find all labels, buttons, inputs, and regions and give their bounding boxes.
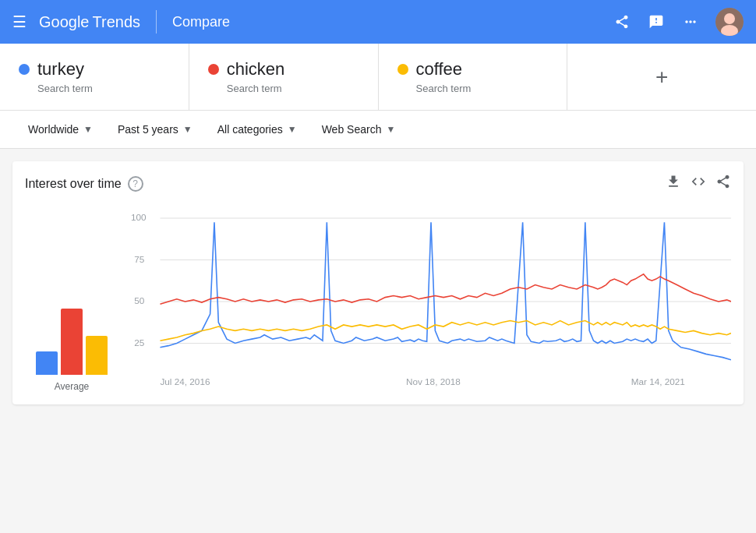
apps-icon[interactable] [681, 12, 700, 31]
x-label-2021: Mar 14, 2021 [631, 376, 685, 387]
help-icon[interactable]: ? [128, 176, 143, 192]
search-term-coffee[interactable]: coffee Search term [379, 44, 568, 110]
avg-bar-turkey [36, 351, 58, 375]
chicken-label: Search term [227, 83, 359, 94]
time-chevron: ▼ [183, 124, 193, 135]
time-filter[interactable]: Past 5 years ▼ [108, 117, 202, 142]
search-term-turkey[interactable]: turkey Search term [0, 44, 189, 110]
coffee-dot [397, 64, 408, 75]
header-divider [156, 10, 157, 34]
turkey-label: Search term [37, 83, 170, 94]
type-chevron: ▼ [386, 124, 395, 135]
chart-svg: 100 75 50 25 Jul 24, 2016 Nov 18, 2018 M… [131, 206, 731, 389]
chicken-dot [208, 64, 219, 75]
search-term-top: coffee [397, 59, 549, 79]
avg-bar-coffee [86, 336, 108, 375]
search-terms-row: turkey Search term chicken Search term c… [0, 44, 756, 111]
logo-google: Google [39, 13, 90, 31]
app-header: ☰ Google Trends Compare [0, 0, 756, 44]
card-title: Interest over time [25, 177, 122, 191]
region-filter[interactable]: Worldwide ▼ [19, 117, 102, 142]
avatar[interactable] [715, 8, 744, 36]
add-icon: + [655, 65, 668, 90]
menu-icon[interactable]: ☰ [12, 12, 26, 31]
interest-over-time-card: Interest over time ? [12, 161, 744, 404]
coffee-name: coffee [416, 59, 463, 79]
turkey-dot [19, 64, 30, 75]
header-actions [613, 8, 744, 36]
logo-trends: Trends [93, 13, 141, 31]
share-icon[interactable] [613, 12, 631, 31]
download-icon[interactable] [666, 174, 681, 193]
share-card-icon[interactable] [715, 174, 731, 193]
main-content: Interest over time ? [0, 149, 756, 417]
average-bars: Average [25, 284, 118, 392]
card-header: Interest over time ? [25, 174, 731, 193]
category-chevron: ▼ [288, 124, 297, 135]
y-label-100: 100 [131, 212, 147, 222]
embed-icon[interactable] [691, 174, 706, 193]
avg-bar-group [36, 284, 108, 378]
x-label-2016: Jul 24, 2016 [160, 376, 210, 387]
y-label-50: 50 [134, 295, 145, 305]
logo: Google Trends [39, 13, 140, 31]
coffee-trend-line [160, 321, 731, 341]
average-label: Average [55, 381, 89, 392]
y-label-75: 75 [134, 254, 145, 264]
search-term-top: turkey [19, 59, 170, 79]
svg-point-1 [724, 13, 735, 24]
chart-area: Average 100 75 50 25 Jul 24, 2016 [25, 206, 731, 392]
avg-bar-chicken [61, 309, 83, 375]
turkey-name: turkey [37, 59, 84, 79]
coffee-label: Search term [416, 83, 549, 94]
search-term-chicken[interactable]: chicken Search term [189, 44, 379, 110]
chicken-trend-line [160, 274, 731, 304]
card-title-area: Interest over time ? [25, 176, 143, 192]
region-chevron: ▼ [83, 124, 93, 135]
x-label-2018: Nov 18, 2018 [406, 376, 461, 387]
feedback-icon[interactable] [647, 12, 666, 31]
line-chart: 100 75 50 25 Jul 24, 2016 Nov 18, 2018 M… [131, 206, 731, 392]
chicken-name: chicken [227, 59, 285, 79]
turkey-trend-line [160, 222, 731, 359]
region-label: Worldwide [28, 123, 79, 136]
y-label-25: 25 [134, 337, 145, 348]
search-term-top: chicken [208, 59, 359, 79]
filters-row: Worldwide ▼ Past 5 years ▼ All categorie… [0, 111, 756, 149]
category-filter[interactable]: All categories ▼ [208, 117, 306, 142]
category-label: All categories [217, 123, 283, 136]
type-filter[interactable]: Web Search ▼ [313, 117, 405, 142]
add-term-button[interactable]: + [567, 44, 756, 110]
page-title: Compare [172, 14, 230, 30]
time-label: Past 5 years [118, 123, 178, 136]
card-actions [666, 174, 731, 193]
type-label: Web Search [322, 123, 382, 136]
